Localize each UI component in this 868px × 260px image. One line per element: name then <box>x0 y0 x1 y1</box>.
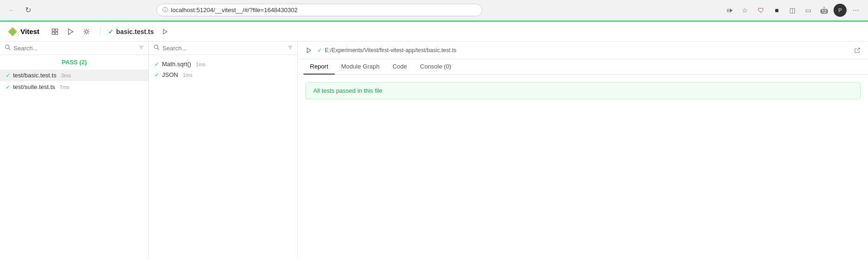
left-filter-icon[interactable] <box>139 45 144 51</box>
settings-button[interactable] <box>81 26 93 38</box>
pass-header: PASS (2) <box>0 55 148 69</box>
svg-line-15 <box>84 33 85 34</box>
svg-point-7 <box>85 30 88 33</box>
test-duration-math-sqrt: 1ms <box>196 62 206 67</box>
left-panel: PASS (2) ✓ test/basic.test.ts 3ms ✓ test… <box>0 41 149 260</box>
svg-line-13 <box>88 33 88 34</box>
file-check-icon-basic: ✓ <box>6 72 10 79</box>
svg-line-14 <box>88 29 88 30</box>
vitest-logo-icon <box>7 27 18 37</box>
sidebar-button[interactable]: ◫ <box>786 4 799 17</box>
play-all-icon <box>68 28 74 35</box>
copilot-button[interactable]: 🤖 <box>818 4 831 17</box>
right-panel: ✓ E:/Experiments/Vitest/first-vitest-app… <box>298 41 868 260</box>
address-bar[interactable]: ⓘ localhost:51204/__vitest__/#/?file=164… <box>156 4 482 16</box>
right-file-path: ✓ E:/Experiments/Vitest/first-vitest-app… <box>317 47 850 54</box>
sun-icon <box>83 28 90 35</box>
reload-button[interactable]: ↻ <box>21 4 34 17</box>
grid-view-button[interactable] <box>49 26 61 38</box>
svg-marker-6 <box>68 29 73 34</box>
tab-console[interactable]: Console (0) <box>414 59 458 75</box>
svg-rect-2 <box>52 29 54 31</box>
tab-module-graph[interactable]: Module Graph <box>335 59 386 75</box>
file-check-icon-suite: ✓ <box>6 84 10 90</box>
right-header: ✓ E:/Experiments/Vitest/first-vitest-app… <box>298 41 868 59</box>
info-icon: ⓘ <box>162 6 168 14</box>
split-button[interactable]: ▭ <box>802 4 815 17</box>
run-all-button[interactable] <box>65 26 77 38</box>
middle-search-input[interactable] <box>162 45 285 52</box>
active-file-check-icon: ✓ <box>108 28 114 35</box>
right-file-check-icon: ✓ <box>317 47 322 54</box>
svg-point-17 <box>6 45 9 49</box>
test-duration-json: 1ms <box>183 72 193 78</box>
extensions-shield-button[interactable]: 🛡 <box>754 4 767 17</box>
svg-line-28 <box>857 48 860 50</box>
favorites-button[interactable]: ☆ <box>739 4 752 17</box>
run-file-button[interactable] <box>303 45 315 56</box>
svg-rect-3 <box>55 29 58 31</box>
svg-point-22 <box>155 45 158 49</box>
svg-rect-5 <box>55 32 58 34</box>
left-search-input[interactable] <box>13 45 136 52</box>
profile-avatar[interactable]: P <box>834 4 847 17</box>
header-actions <box>49 26 93 38</box>
extensions-puzzle-button[interactable]: ■ <box>770 4 783 17</box>
left-search-icon <box>5 44 11 52</box>
read-aloud-button[interactable]: 🕪 <box>723 4 736 17</box>
open-external-button[interactable] <box>852 45 862 55</box>
middle-search-bar <box>149 41 297 55</box>
app-container: Vitest <box>0 22 868 260</box>
test-name-math-sqrt: Math.sqrt() <box>162 61 191 68</box>
svg-marker-27 <box>307 48 311 53</box>
svg-rect-4 <box>52 32 54 34</box>
all-pass-message: All tests passed in this file <box>313 87 383 94</box>
test-check-icon-math: ✓ <box>155 61 159 68</box>
file-list: ✓ test/basic.test.ts 3ms ✓ test/suite.te… <box>0 69 148 260</box>
run-active-file-button[interactable] <box>160 26 171 37</box>
left-search-bar <box>0 41 148 55</box>
tab-report[interactable]: Report <box>303 59 335 75</box>
file-duration-basic: 3ms <box>61 73 71 78</box>
vitest-logo: Vitest <box>7 27 40 37</box>
file-item-basic[interactable]: ✓ test/basic.test.ts 3ms <box>0 69 148 81</box>
active-file-name: basic.test.ts <box>116 28 154 35</box>
middle-panel: ✓ Math.sqrt() 1ms ✓ JSON 1ms <box>149 41 298 260</box>
test-name-json: JSON <box>162 71 178 78</box>
middle-search-icon <box>154 44 160 52</box>
test-list: ✓ Math.sqrt() 1ms ✓ JSON 1ms <box>149 55 297 260</box>
tabs-bar: Report Module Graph Code Console (0) <box>298 59 868 75</box>
header-divider <box>100 27 101 36</box>
test-check-icon-json: ✓ <box>155 72 159 78</box>
file-duration-suite: 7ms <box>60 84 69 90</box>
all-pass-banner: All tests passed in this file <box>305 82 861 99</box>
browser-chrome: ← ↻ ⓘ localhost:51204/__vitest__/#/?file… <box>0 0 868 21</box>
browser-actions: 🕪 ☆ 🛡 ■ ◫ ▭ 🤖 P ⋯ <box>723 4 862 17</box>
middle-filter-icon[interactable] <box>288 45 293 51</box>
play-file-icon <box>307 48 311 53</box>
external-link-icon <box>855 48 860 53</box>
back-button[interactable]: ← <box>6 4 19 17</box>
file-item-suite[interactable]: ✓ test/suite.test.ts 7ms <box>0 81 148 93</box>
svg-line-18 <box>9 48 11 50</box>
more-button[interactable]: ⋯ <box>849 4 862 17</box>
main-content: PASS (2) ✓ test/basic.test.ts 3ms ✓ test… <box>0 41 868 260</box>
right-file-path-text: E:/Experiments/Vitest/first-vitest-app/t… <box>325 47 457 54</box>
address-text: localhost:51204/__vitest__/#/?file=16484… <box>171 7 476 14</box>
report-content: All tests passed in this file <box>298 75 868 260</box>
file-name-basic: test/basic.test.ts <box>13 72 56 79</box>
file-name-suite: test/suite.test.ts <box>13 83 55 90</box>
svg-marker-16 <box>163 29 167 34</box>
app-header: Vitest <box>0 22 868 41</box>
tab-code[interactable]: Code <box>386 59 413 75</box>
play-icon <box>163 29 168 34</box>
nav-buttons: ← ↻ <box>6 4 34 17</box>
app-title: Vitest <box>20 27 40 35</box>
svg-line-12 <box>84 29 85 30</box>
test-item-math-sqrt[interactable]: ✓ Math.sqrt() 1ms <box>149 59 297 69</box>
test-item-json[interactable]: ✓ JSON 1ms <box>149 69 297 80</box>
grid-icon <box>52 28 58 35</box>
active-file-tab: ✓ basic.test.ts <box>108 28 154 35</box>
svg-line-23 <box>158 48 160 50</box>
